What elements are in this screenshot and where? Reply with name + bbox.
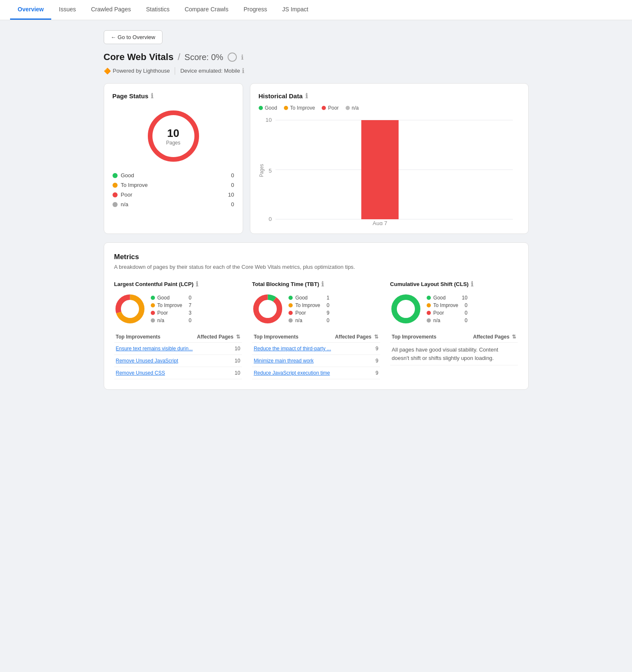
device-info-icon[interactable]: ℹ [242,67,244,75]
nav-bar: Overview Issues Crawled Pages Statistics… [0,0,632,20]
cls-legend: Good 10 To Improve 0 Poor 0 [427,295,467,323]
cls-good-row: All pages have good visual stability. Co… [390,343,518,365]
nav-item-compare-crawls[interactable]: Compare Crawls [177,0,236,20]
lcp-link-2[interactable]: Remove Unused CSS [116,370,194,376]
tbt-legend: Good 1 To Improve 0 Poor 9 [288,295,329,323]
nav-item-js-impact[interactable]: JS Impact [275,0,316,20]
donut-chart: 10 Pages [144,107,203,165]
hist-label-poor: Poor [328,105,338,111]
tbt-dot-poor [288,311,293,315]
historical-legend: Good To Improve Poor n/a [259,105,520,111]
donut-chart-container: 10 Pages [113,107,234,165]
legend-dot-na [113,202,118,207]
legend-value-toimprove: 0 [226,182,234,188]
hist-legend-toimprove: To Improve [284,105,315,111]
tbt-pages-1: 9 [333,355,380,367]
lcp-val-toimprove: 7 [185,302,191,308]
tbt-name-na: n/a [295,318,320,323]
tbt-link-1[interactable]: Minimize main thread work [254,358,331,364]
cls-legend-toimprove: To Improve 0 [427,302,467,308]
tbt-val-good: 1 [323,295,330,301]
tbt-dot-toimprove [288,303,293,307]
nav-item-issues[interactable]: Issues [51,0,83,20]
score-text: Score: 0% [184,52,223,62]
legend-dot-poor [113,192,118,197]
tbt-legend-toimprove: To Improve 0 [288,302,329,308]
tbt-name-good: Good [295,295,320,301]
nav-item-progress[interactable]: Progress [236,0,275,20]
lcp-col-pages: Affected Pages ⇅ [195,331,242,343]
page-title-row: Core Web Vitals / Score: 0% ℹ [104,52,529,63]
tbt-row-0: Reduce the impact of third-party ... 9 [252,343,380,355]
cls-val-poor: 0 [461,310,467,316]
cls-dot-na [427,318,431,323]
cls-good-message: All pages have good visual stability. Co… [392,346,498,361]
donut-center: 10 Pages [166,127,180,146]
legend-value-poor: 10 [226,192,234,198]
hist-dot-toimprove [284,106,288,110]
tbt-legend-na: n/a 0 [288,318,329,323]
legend-item-poor: Poor 10 [113,192,234,198]
hist-legend-good: Good [259,105,277,111]
subtitle-row: 🔶 Powered by Lighthouse Device emulated:… [104,67,529,75]
donut-number: 10 [166,127,180,140]
nav-item-statistics[interactable]: Statistics [139,0,177,20]
lcp-improvements-table: Top Improvements Affected Pages ⇅ Ensure… [114,331,242,379]
svg-point-18 [397,300,414,318]
cls-sort-icon[interactable]: ⇅ [512,334,516,340]
cls-dot-toimprove [427,303,431,307]
metric-lcp-title: Largest Contentful Paint (LCP) ℹ [114,280,242,288]
lcp-legend-na: n/a 0 [151,318,191,323]
tbt-row-1: Minimize main thread work 9 [252,355,380,367]
svg-text:10: 10 [265,118,272,123]
lcp-name-poor: Poor [157,310,182,316]
hist-legend-na: n/a [346,105,359,111]
svg-text:0: 0 [268,217,271,222]
metrics-title: Metrics [114,253,518,261]
historical-info-icon[interactable]: ℹ [305,92,308,100]
tbt-link-2[interactable]: Reduce JavaScript execution time [254,370,331,376]
cls-val-na: 0 [461,318,467,323]
title-separator: / [178,52,180,63]
legend-dot-toimprove [113,183,118,188]
cls-legend-na: n/a 0 [427,318,467,323]
donut-label: Pages [166,140,180,146]
tbt-pages-2: 9 [333,367,380,379]
tbt-col-improvements: Top Improvements [252,331,333,343]
title-info-icon[interactable]: ℹ [241,53,244,61]
hist-dot-good [259,106,263,110]
lcp-sort-icon[interactable]: ⇅ [236,334,240,340]
tbt-row-2: Reduce JavaScript execution time 9 [252,367,380,379]
cls-legend-good: Good 10 [427,295,467,301]
lcp-link-1[interactable]: Remove Unused JavaScript [116,358,194,364]
svg-text:Pages: Pages [259,164,264,177]
nav-item-overview[interactable]: Overview [10,0,51,20]
svg-point-13 [121,300,139,318]
tbt-val-toimprove: 0 [323,302,330,308]
metrics-subtitle: A breakdown of pages by their status for… [114,264,518,270]
legend-name-toimprove: To Improve [121,182,223,188]
tbt-dot-good [288,296,293,300]
tbt-donut-svg [252,293,283,325]
back-button[interactable]: ← Go to Overview [104,30,163,44]
page-status-info-icon[interactable]: ℹ [151,92,153,100]
lcp-link-0[interactable]: Ensure text remains visible durin... [116,346,194,352]
lcp-info-icon[interactable]: ℹ [196,280,198,288]
hist-label-good: Good [265,105,277,111]
tbt-improvements-table: Top Improvements Affected Pages ⇅ Reduce… [252,331,380,379]
metric-lcp: Largest Contentful Paint (LCP) ℹ [114,280,242,379]
cls-dot-poor [427,311,431,315]
page-title: Core Web Vitals [104,52,174,63]
cls-name-good: Good [433,295,458,301]
legend-value-good: 0 [226,172,234,178]
tbt-sort-icon[interactable]: ⇅ [374,334,378,340]
top-cards-row: Page Status ℹ 10 Pages [104,83,529,234]
nav-item-crawled-pages[interactable]: Crawled Pages [84,0,139,20]
bar-chart: 10 5 0 Pages Aug 7 [259,116,520,225]
lcp-val-good: 0 [185,295,191,301]
tbt-link-0[interactable]: Reduce the impact of third-party ... [254,346,331,352]
tbt-info-icon[interactable]: ℹ [321,280,324,288]
cls-info-icon[interactable]: ℹ [471,280,473,288]
lcp-pages-1: 10 [195,355,242,367]
cls-donut-row: Good 10 To Improve 0 Poor 0 [390,293,518,325]
